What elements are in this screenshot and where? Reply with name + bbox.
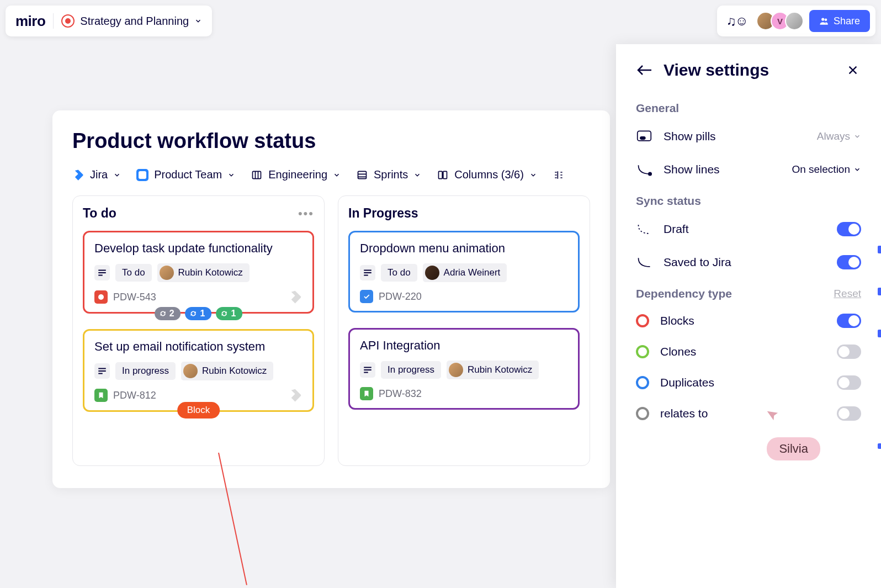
- description-icon: [94, 265, 110, 280]
- table-icon: [356, 169, 368, 181]
- dep-blocks-row: Blocks: [636, 314, 861, 328]
- issue-type-icon: [360, 387, 373, 400]
- section-label: Sync status: [636, 194, 861, 208]
- column-title: To do: [83, 206, 116, 221]
- task-id: PDW-812: [113, 390, 156, 401]
- task-card[interactable]: Dropdown menu animation To do Adria Wein…: [348, 231, 580, 312]
- description-icon: [360, 265, 375, 280]
- top-toolbar-right: ♫☺ V Share: [717, 6, 875, 36]
- setting-show-lines[interactable]: Show lines On selection: [636, 161, 861, 178]
- more-icon[interactable]: •••: [298, 206, 314, 221]
- columns-icon: [251, 169, 263, 181]
- collaborator-cursor: Silvia: [767, 409, 820, 460]
- description-icon: [360, 362, 375, 378]
- block-tag[interactable]: Block: [177, 402, 220, 419]
- filter-source[interactable]: Jira: [72, 168, 121, 181]
- status-pill: In progress: [381, 361, 441, 379]
- dep-relates-row: relates to: [636, 406, 861, 421]
- jira-icon: [72, 169, 84, 181]
- assignee-pill: Adria Weinert: [423, 263, 507, 282]
- chevron-down-icon: [113, 171, 121, 179]
- jira-icon: [288, 290, 302, 304]
- edge-mark: [878, 330, 881, 337]
- cursor-user-label: Silvia: [767, 437, 820, 460]
- svg-rect-5: [443, 171, 447, 178]
- issue-type-icon: [94, 389, 108, 402]
- task-card[interactable]: API Integration In progress Rubin Kotowi…: [348, 328, 580, 410]
- filter-compact[interactable]: [553, 169, 565, 181]
- filter-department[interactable]: Engineering: [251, 168, 341, 181]
- description-icon: [94, 363, 110, 379]
- setting-show-pills[interactable]: Show pills Always: [636, 128, 861, 145]
- svg-rect-7: [640, 137, 645, 139]
- toggle-duplicates[interactable]: [837, 375, 861, 390]
- back-arrow-icon[interactable]: [636, 63, 654, 77]
- task-id: PDW-220: [379, 291, 422, 303]
- column-title: In Progress: [348, 206, 418, 221]
- toggle-clones[interactable]: [837, 345, 861, 359]
- setting-draft: Draft: [636, 221, 861, 237]
- setting-value[interactable]: On selection: [792, 163, 861, 176]
- svg-point-0: [821, 18, 824, 20]
- assignee-pill: Rubin Kotowicz: [157, 263, 250, 282]
- issue-type-icon: [94, 290, 108, 304]
- task-card[interactable]: Set up email notification system In prog…: [83, 329, 314, 412]
- dep-clones-row: Clones: [636, 345, 861, 359]
- avatar: [160, 266, 174, 280]
- miro-logo: miro: [15, 13, 45, 30]
- kanban-column: In Progress Dropdown menu animation To d…: [338, 195, 590, 466]
- presence-avatars[interactable]: V: [756, 12, 804, 30]
- toggle-saved[interactable]: [837, 255, 861, 269]
- filter-columns[interactable]: Columns (3/6): [437, 168, 537, 181]
- jira-icon: [288, 388, 302, 402]
- divider: [53, 13, 54, 29]
- dependency-pills: 2 1 1: [155, 307, 243, 320]
- reactions-icon[interactable]: ♫☺: [723, 14, 751, 29]
- svg-rect-3: [358, 171, 367, 178]
- task-title: API Integration: [360, 338, 568, 353]
- chevron-down-icon: [227, 171, 235, 179]
- reset-link[interactable]: Reset: [834, 288, 861, 300]
- filter-bar: Jira Product Team Engineering Sprints Co…: [72, 168, 590, 181]
- edge-mark: [878, 288, 881, 295]
- avatar: [449, 363, 463, 377]
- filter-sprints[interactable]: Sprints: [356, 168, 421, 181]
- draft-icon: [636, 221, 652, 237]
- target-icon: [61, 14, 75, 28]
- status-pill: To do: [381, 264, 417, 282]
- toggle-relates[interactable]: [837, 406, 861, 421]
- setting-value[interactable]: Always: [817, 130, 861, 142]
- dep-pill-relates[interactable]: 2: [155, 307, 181, 320]
- people-icon: [819, 16, 829, 26]
- toggle-draft[interactable]: [837, 222, 861, 236]
- assignee-pill: Rubin Kotowicz: [181, 362, 273, 380]
- filter-team[interactable]: Product Team: [136, 168, 235, 181]
- top-toolbar-left: miro Strategy and Planning: [6, 6, 212, 36]
- task-id: PDW-832: [379, 388, 422, 400]
- svg-point-8: [649, 172, 651, 175]
- task-title: Dropdown menu animation: [360, 241, 568, 256]
- status-pill: To do: [115, 264, 152, 282]
- chevron-down-icon: [529, 171, 537, 179]
- curve-icon: [636, 161, 652, 178]
- circle-blue-icon: [636, 376, 649, 389]
- view-settings-panel: View settings General Show pills Always …: [616, 44, 881, 588]
- task-id: PDW-543: [113, 292, 156, 303]
- board-name-label: Strategy and Planning: [80, 15, 189, 28]
- confluence-icon: [136, 169, 148, 181]
- edge-markers: [878, 246, 881, 449]
- toggle-blocks[interactable]: [837, 314, 861, 328]
- board-name-dropdown[interactable]: Strategy and Planning: [61, 14, 202, 28]
- board-title: Product workflow status: [72, 129, 590, 153]
- close-icon[interactable]: [847, 64, 861, 76]
- share-button[interactable]: Share: [809, 10, 870, 32]
- chevron-down-icon: [413, 171, 421, 179]
- kanban-column: To do ••• Develop task update functional…: [72, 195, 325, 466]
- dep-pill-clones[interactable]: 1: [216, 307, 242, 320]
- dep-pill-duplicates[interactable]: 1: [185, 307, 212, 320]
- circle-gray-icon: [636, 407, 649, 420]
- avatar: [425, 266, 439, 280]
- avatar[interactable]: [785, 12, 804, 30]
- issue-type-icon: [360, 290, 373, 303]
- task-card[interactable]: Develop task update functionality To do …: [83, 231, 314, 314]
